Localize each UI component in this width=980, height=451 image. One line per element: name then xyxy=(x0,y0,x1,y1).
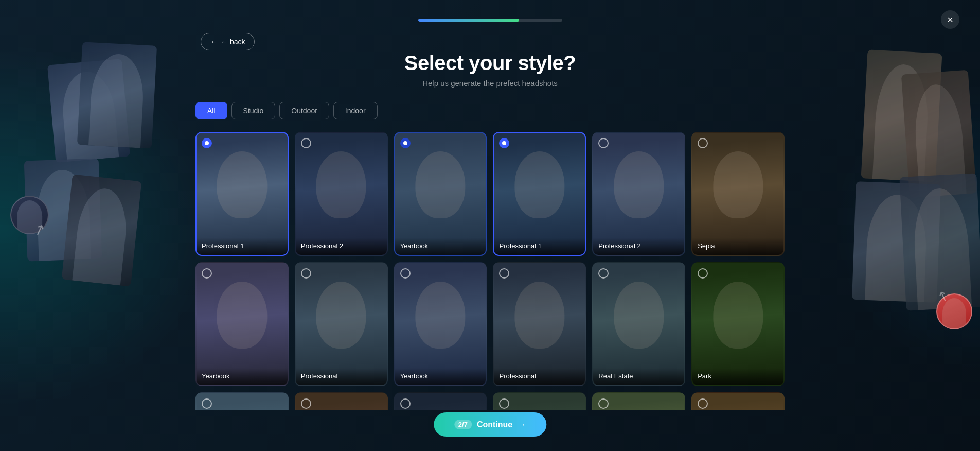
style-card-1[interactable]: Professional 1 xyxy=(195,132,289,256)
back-arrow-icon: ← xyxy=(210,38,218,46)
style-card-11[interactable]: Real Estate xyxy=(592,262,685,386)
left-decoration: ↗ xyxy=(0,0,195,451)
style-card-17[interactable]: Yearbook xyxy=(592,392,685,410)
style-card-13[interactable]: Professional xyxy=(195,392,289,410)
style-label-12: Park xyxy=(692,368,783,385)
radio-13 xyxy=(202,398,212,409)
style-card-12[interactable]: Park xyxy=(691,262,785,386)
continue-container: 2/7 Continue → xyxy=(434,412,546,437)
step-indicator: 2/7 xyxy=(454,420,472,429)
style-card-7[interactable]: Yearbook xyxy=(195,262,289,386)
arrow-left-icon: ↗ xyxy=(31,220,48,240)
radio-3 xyxy=(400,138,411,148)
style-card-5[interactable]: Professional 2 xyxy=(592,132,685,256)
decor-panel-right-1 xyxy=(861,49,942,182)
continue-label: Continue xyxy=(477,420,512,429)
style-label-11: Real Estate xyxy=(593,368,684,385)
radio-9 xyxy=(400,268,411,279)
style-label-10: Professional xyxy=(494,368,585,385)
main-content: Select your style? Help us generate the … xyxy=(195,51,785,451)
decor-panel-left-2 xyxy=(77,42,157,148)
radio-4 xyxy=(499,138,509,148)
avatar-right xyxy=(936,293,972,329)
style-card-4[interactable]: Professional 1 xyxy=(493,132,586,256)
radio-17 xyxy=(598,398,609,409)
filter-tab-studio[interactable]: Studio xyxy=(231,102,276,119)
style-card-10[interactable]: Professional xyxy=(493,262,586,386)
style-label-3: Yearbook xyxy=(395,238,486,255)
page-container: ↗ ↗ × ← ← back Select your style? Help u… xyxy=(0,0,980,451)
decor-panel-right-3 xyxy=(852,181,941,303)
style-card-8[interactable]: Professional xyxy=(295,262,388,386)
radio-16 xyxy=(499,398,509,409)
progress-fill xyxy=(418,19,519,22)
filter-tab-indoor[interactable]: Indoor xyxy=(333,102,378,119)
right-decoration: ↗ xyxy=(785,0,980,451)
style-label-9: Yearbook xyxy=(395,368,486,385)
arrow-right-icon: ↗ xyxy=(935,287,951,306)
avatar-left xyxy=(10,196,49,234)
decor-panel-left-3 xyxy=(24,159,102,262)
decor-panel-right-2 xyxy=(901,70,976,198)
filter-tabs: All Studio Outdoor Indoor xyxy=(195,102,785,119)
decor-panel-right-4 xyxy=(899,173,980,310)
radio-1 xyxy=(202,138,212,148)
style-card-18[interactable]: Professional 2 xyxy=(691,392,785,410)
style-card-15[interactable]: Professional 2 xyxy=(394,392,487,410)
style-label-2: Professional 2 xyxy=(296,238,387,255)
radio-14 xyxy=(301,398,311,409)
style-label-4: Professional 1 xyxy=(494,238,585,255)
radio-12 xyxy=(698,268,708,279)
radio-6 xyxy=(698,138,708,148)
decor-panel-left-4 xyxy=(62,175,142,287)
style-label-1: Professional 1 xyxy=(197,238,288,255)
radio-8 xyxy=(301,268,311,279)
style-label-6: Sepia xyxy=(692,238,783,255)
filter-tab-outdoor[interactable]: Outdoor xyxy=(279,102,329,119)
style-grid: Professional 1Professional 2YearbookProf… xyxy=(195,132,785,410)
close-button[interactable]: × xyxy=(941,10,959,29)
radio-5 xyxy=(598,138,609,148)
back-button[interactable]: ← ← back xyxy=(201,33,255,50)
style-card-14[interactable]: Yearbook xyxy=(295,392,388,410)
style-card-9[interactable]: Yearbook xyxy=(394,262,487,386)
radio-18 xyxy=(698,398,708,409)
style-card-16[interactable]: Professional xyxy=(493,392,586,410)
filter-tab-all[interactable]: All xyxy=(195,102,227,119)
radio-15 xyxy=(400,398,411,409)
radio-10 xyxy=(499,268,509,279)
style-card-6[interactable]: Sepia xyxy=(691,132,785,256)
continue-button[interactable]: 2/7 Continue → xyxy=(434,412,546,437)
radio-7 xyxy=(202,268,212,279)
style-label-8: Professional xyxy=(296,368,387,385)
style-label-5: Professional 2 xyxy=(593,238,684,255)
page-subtitle: Help us generate the prefect headshots xyxy=(195,79,785,88)
radio-11 xyxy=(598,268,609,279)
radio-2 xyxy=(301,138,311,148)
progress-bar xyxy=(418,19,562,22)
style-card-3[interactable]: Yearbook xyxy=(394,132,487,256)
style-label-7: Yearbook xyxy=(197,368,288,385)
back-label: ← back xyxy=(221,38,245,46)
page-title: Select your style? xyxy=(195,51,785,75)
style-card-2[interactable]: Professional 2 xyxy=(295,132,388,256)
decor-panel-left-1 xyxy=(47,59,130,163)
continue-arrow-icon: → xyxy=(518,420,526,429)
